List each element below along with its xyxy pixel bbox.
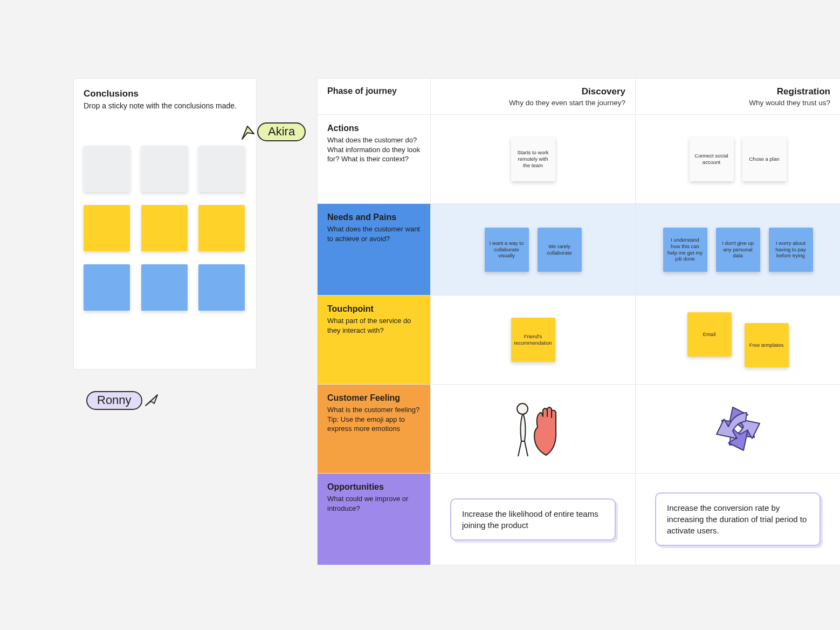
row-title: Needs and Pains — [327, 213, 421, 222]
journey-row-feeling: Customer Feeling What is the customer fe… — [318, 385, 840, 474]
journey-row-opportunities: Opportunities What could we improve or i… — [318, 474, 840, 565]
sticky-note[interactable] — [84, 146, 130, 192]
opportunity-card[interactable]: Increase the conversion rate by increasi… — [655, 492, 821, 546]
row-title: Customer Feeling — [327, 393, 421, 403]
cell-needs-registration[interactable]: I understand how this can help me get my… — [636, 204, 840, 295]
row-label-needs: Needs and Pains What does the customer w… — [318, 204, 431, 295]
feeling-illustration-cycle-icon[interactable] — [643, 392, 832, 465]
journey-map-table[interactable]: Phase of journey Discovery Why do they e… — [317, 78, 840, 565]
svg-point-0 — [517, 403, 528, 414]
row-desc: What does the customer do? What informat… — [327, 135, 421, 164]
sticky-note[interactable]: I don't give up any personal data — [716, 228, 760, 272]
phase-title: Registration — [645, 86, 830, 97]
sticky-note[interactable] — [141, 264, 188, 311]
cell-feeling-registration[interactable] — [636, 385, 840, 473]
sticky-note[interactable]: We rarely collaborate — [538, 228, 582, 272]
journey-phase-registration: Registration Why would they trust us? — [636, 79, 840, 114]
journey-row-needs: Needs and Pains What does the customer w… — [318, 204, 840, 296]
row-title: Actions — [327, 124, 421, 133]
presence-cursor-akira: Akira — [240, 122, 306, 141]
sticky-note[interactable]: Friend's recommendation — [511, 318, 555, 362]
journey-phase-label-cell: Phase of journey — [318, 79, 431, 114]
row-label-touchpoint: Touchpoint What part of the service do t… — [318, 296, 431, 384]
whiteboard-canvas[interactable]: Conclusions Drop a sticky note with the … — [0, 0, 840, 630]
journey-row-actions: Actions What does the customer do? What … — [318, 115, 840, 204]
sticky-note[interactable] — [141, 146, 188, 192]
row-desc: What is the customer feeling? Tip: Use t… — [327, 405, 421, 434]
sticky-note[interactable] — [198, 205, 245, 251]
sticky-note[interactable]: I worry about having to pay before tryin… — [769, 228, 813, 272]
phase-subtitle: Why do they even start the journey? — [440, 99, 625, 107]
sticky-note[interactable] — [198, 146, 245, 192]
sticky-note[interactable]: Connect social account — [690, 137, 734, 181]
conclusions-panel[interactable]: Conclusions Drop a sticky note with the … — [73, 78, 257, 369]
journey-phase-discovery: Discovery Why do they even start the jou… — [431, 79, 636, 114]
row-desc: What part of the service do they interac… — [327, 316, 421, 335]
cell-actions-discovery[interactable]: Starts to work remotely with the team — [431, 115, 636, 203]
cell-opp-registration[interactable]: Increase the conversion rate by increasi… — [636, 474, 840, 565]
row-label-feeling: Customer Feeling What is the customer fe… — [318, 385, 431, 473]
sticky-note[interactable] — [141, 205, 188, 251]
sticky-note[interactable]: Email — [687, 312, 732, 357]
cell-feeling-discovery[interactable] — [431, 385, 636, 473]
presence-name: Akira — [257, 122, 306, 141]
sticky-note[interactable] — [84, 264, 130, 311]
cell-touch-registration[interactable]: Email Free templates — [636, 296, 840, 384]
sticky-note[interactable]: I want a way to collaborate visually — [485, 228, 529, 272]
cell-opp-discovery[interactable]: Increase the likelihood of entire teams … — [431, 474, 636, 565]
journey-row-touchpoint: Touchpoint What part of the service do t… — [318, 296, 840, 385]
conclusions-subtitle: Drop a sticky note with the conclusions … — [84, 101, 246, 110]
phase-title: Discovery — [440, 86, 625, 97]
phase-of-journey-label: Phase of journey — [327, 86, 421, 96]
opportunity-card[interactable]: Increase the likelihood of entire teams … — [450, 498, 616, 540]
cursor-icon — [240, 124, 256, 140]
cell-needs-discovery[interactable]: I want a way to collaborate visually We … — [431, 204, 636, 295]
cursor-icon — [143, 393, 160, 409]
feeling-illustration-rejection-icon[interactable] — [438, 392, 628, 465]
sticky-note[interactable]: I understand how this can help me get my… — [663, 228, 707, 272]
row-label-opportunities: Opportunities What could we improve or i… — [318, 474, 431, 565]
cell-touch-discovery[interactable]: Friend's recommendation — [431, 296, 636, 384]
sticky-note[interactable]: Free templates — [745, 323, 789, 367]
sticky-note[interactable]: Chose a plan — [742, 137, 787, 181]
presence-name: Ronny — [86, 391, 142, 410]
conclusions-note-grid — [84, 146, 246, 311]
sticky-note[interactable] — [84, 205, 130, 251]
journey-header-row: Phase of journey Discovery Why do they e… — [318, 79, 840, 115]
presence-cursor-ronny: Ronny — [86, 391, 160, 410]
row-label-actions: Actions What does the customer do? What … — [318, 115, 431, 203]
row-desc: What could we improve or introduce? — [327, 494, 421, 513]
sticky-note[interactable] — [198, 264, 245, 311]
row-title: Opportunities — [327, 482, 421, 492]
conclusions-title: Conclusions — [84, 88, 246, 99]
row-title: Touchpoint — [327, 304, 421, 314]
sticky-note[interactable]: Starts to work remotely with the team — [511, 137, 555, 181]
cell-actions-registration[interactable]: Connect social account Chose a plan — [636, 115, 840, 203]
phase-subtitle: Why would they trust us? — [645, 99, 830, 107]
row-desc: What does the customer want to achieve o… — [327, 224, 421, 243]
